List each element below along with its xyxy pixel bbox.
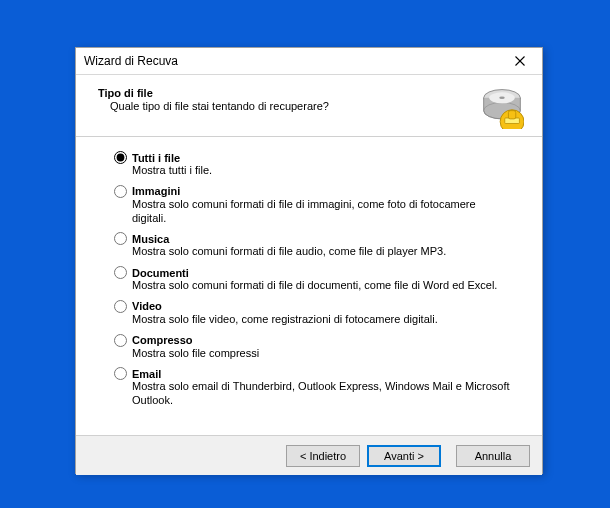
option-video: Video Mostra solo file video, come regis… <box>114 300 512 327</box>
option-documents: Documenti Mostra solo comuni formati di … <box>114 266 512 293</box>
option-label: Compresso <box>132 334 193 346</box>
option-label: Documenti <box>132 267 189 279</box>
option-label: Musica <box>132 233 169 245</box>
option-label: Email <box>132 368 161 380</box>
option-desc: Mostra tutti i file. <box>114 164 512 178</box>
option-all-files: Tutti i file Mostra tutti i file. <box>114 151 512 178</box>
option-desc: Mostra solo comuni formati di file di im… <box>114 198 512 226</box>
window-title: Wizard di Recuva <box>84 54 178 68</box>
option-music: Musica Mostra solo comuni formati di fil… <box>114 232 512 259</box>
radio-compressed[interactable] <box>114 334 127 347</box>
option-row[interactable]: Video <box>114 300 512 313</box>
cancel-button[interactable]: Annulla <box>456 445 530 467</box>
option-label: Immagini <box>132 185 180 197</box>
harddrive-icon <box>480 85 524 129</box>
option-row[interactable]: Compresso <box>114 334 512 347</box>
svg-point-5 <box>499 97 505 100</box>
close-icon <box>515 56 525 66</box>
radio-all-files[interactable] <box>114 151 127 164</box>
page-subheading: Quale tipo di file stai tentando di recu… <box>98 100 329 112</box>
options-panel: Tutti i file Mostra tutti i file. Immagi… <box>76 137 542 435</box>
header-text: Tipo di file Quale tipo di file stai ten… <box>98 85 329 112</box>
radio-email[interactable] <box>114 367 127 380</box>
next-button[interactable]: Avanti > <box>367 445 441 467</box>
titlebar: Wizard di Recuva <box>76 48 542 75</box>
option-compressed: Compresso Mostra solo file compressi <box>114 334 512 361</box>
button-bar: < Indietro Avanti > Annulla <box>76 435 542 475</box>
option-images: Immagini Mostra solo comuni formati di f… <box>114 185 512 226</box>
option-desc: Mostra solo file video, come registrazio… <box>114 313 512 327</box>
option-label: Tutti i file <box>132 152 180 164</box>
option-label: Video <box>132 300 162 312</box>
option-row[interactable]: Tutti i file <box>114 151 512 164</box>
option-desc: Mostra solo comuni formati di file di do… <box>114 279 512 293</box>
option-desc: Mostra solo file compressi <box>114 347 512 361</box>
wizard-header: Tipo di file Quale tipo di file stai ten… <box>76 75 542 137</box>
option-row[interactable]: Immagini <box>114 185 512 198</box>
option-row[interactable]: Documenti <box>114 266 512 279</box>
radio-documents[interactable] <box>114 266 127 279</box>
close-button[interactable] <box>500 50 540 72</box>
option-email: Email Mostra solo email di Thunderbird, … <box>114 367 512 408</box>
back-button[interactable]: < Indietro <box>286 445 360 467</box>
option-row[interactable]: Musica <box>114 232 512 245</box>
option-desc: Mostra solo comuni formati di file audio… <box>114 245 512 259</box>
wizard-dialog: Wizard di Recuva Tipo di file Quale tipo… <box>75 47 543 474</box>
svg-rect-7 <box>508 111 515 119</box>
radio-images[interactable] <box>114 185 127 198</box>
option-row[interactable]: Email <box>114 367 512 380</box>
radio-music[interactable] <box>114 232 127 245</box>
option-desc: Mostra solo email di Thunderbird, Outloo… <box>114 380 512 408</box>
page-heading: Tipo di file <box>98 87 329 99</box>
radio-video[interactable] <box>114 300 127 313</box>
